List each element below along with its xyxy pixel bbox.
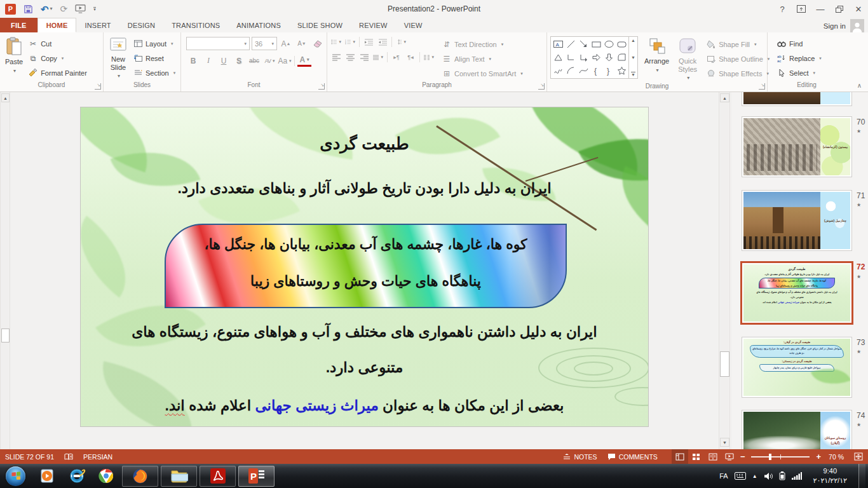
shape-rounded-rectangle-icon[interactable] [615, 37, 628, 51]
thumbnail-slide-69[interactable] [742, 92, 852, 106]
minimize-button[interactable]: — [811, 1, 830, 17]
normal-view-button[interactable] [672, 449, 688, 464]
thumbnail-slide-74[interactable]: روستای سوباتان (گیلان) [742, 410, 852, 449]
slide-title[interactable]: طبیعت گردی [93, 134, 635, 154]
close-button[interactable]: ✕ [849, 1, 868, 17]
grow-font-button[interactable]: A▲ [279, 37, 293, 50]
taskbar-powerpoint-button[interactable]: P [238, 466, 275, 487]
shape-left-brace-icon[interactable]: { [590, 64, 602, 78]
start-from-beginning-button[interactable] [75, 4, 86, 13]
taskbar-file-explorer-button[interactable] [161, 466, 197, 487]
left-to-right-button[interactable]: ▸¶ [391, 52, 402, 62]
shape-outline-button[interactable]: Shape Outline [703, 51, 772, 66]
numbering-button[interactable]: 123 [345, 37, 355, 47]
network-signal-icon[interactable] [792, 472, 802, 480]
shapes-more-icon[interactable]: ▼ [631, 72, 635, 77]
shrink-font-button[interactable]: A▼ [295, 37, 309, 50]
replace-button[interactable]: abacReplace [774, 51, 824, 65]
fit-to-window-button[interactable] [849, 449, 868, 464]
shapes-scroll-up-icon[interactable]: ▲ [631, 38, 635, 43]
rainbow-callout-box[interactable]: کوه ها، غارها، چشمه های آب معدنی، بیابان… [165, 224, 567, 308]
powerpoint-app-icon[interactable]: P [5, 4, 16, 15]
reset-button[interactable]: Reset [130, 51, 178, 65]
restore-button[interactable] [830, 1, 849, 17]
italic-button[interactable]: I [201, 54, 215, 67]
customize-qat-button[interactable]: ▾ [93, 7, 96, 11]
font-dialog-launcher[interactable]: ↘ [318, 83, 325, 90]
text-shadow-button[interactable]: S [232, 54, 246, 67]
slide-paragraph-3[interactable]: بعضی از این مکان ها به عنوان میراث زیستی… [93, 397, 635, 414]
shapes-gallery[interactable]: A { [550, 36, 629, 79]
tab-design[interactable]: DESIGN [119, 18, 163, 32]
tab-transitions[interactable]: TRANSITIONS [163, 18, 228, 32]
speaker-icon[interactable] [764, 472, 773, 480]
paragraph-dialog-launcher[interactable]: ↘ [538, 83, 545, 90]
slide-canvas[interactable]: طبیعت گردی ایران به دلیل دارا بودن تاریخ… [80, 107, 649, 427]
layout-button[interactable]: Layout [130, 36, 178, 51]
drawing-dialog-launcher[interactable]: ↘ [759, 83, 765, 90]
tab-view[interactable]: VIEW [396, 18, 431, 32]
taskbar-internet-explorer-button[interactable] [62, 465, 92, 487]
shape-rectangle-icon[interactable] [590, 37, 602, 51]
taskbar-acrobat-button[interactable] [200, 466, 236, 487]
language-indicator[interactable]: PERSIAN [78, 449, 118, 464]
strikethrough-button[interactable]: abc [247, 54, 261, 67]
bold-button[interactable]: B [186, 54, 200, 67]
scrollbar-thumb[interactable] [720, 351, 729, 377]
undo-button[interactable]: ↶▾ [41, 4, 53, 14]
tab-file[interactable]: FILE [0, 18, 37, 32]
left-scrollbar-thumb[interactable] [1, 329, 10, 342]
show-hidden-icons[interactable]: ▲ [752, 473, 757, 479]
zoom-in-button[interactable]: + [813, 452, 824, 461]
spell-check-button[interactable] [59, 449, 78, 464]
shape-fill-button[interactable]: Shape Fill [703, 37, 772, 51]
tab-home[interactable]: HOME [37, 18, 77, 32]
cut-button[interactable]: ✂Cut [25, 36, 90, 51]
thumbnail-slide-73[interactable]: طبیعت گردی در گیلان: سواحل شمال در کنار … [742, 337, 852, 398]
clear-formatting-button[interactable] [311, 37, 325, 50]
text-direction-button[interactable]: ⇵Text Direction [439, 37, 526, 51]
reading-view-button[interactable] [705, 449, 721, 464]
right-to-left-button[interactable]: ¶◂ [405, 52, 416, 62]
slide-show-view-button[interactable] [721, 449, 738, 464]
new-slide-button[interactable]: New Slide ▾ [106, 36, 130, 80]
taskbar-media-player-button[interactable] [33, 465, 62, 487]
change-case-button[interactable]: Aa [278, 54, 292, 67]
notes-button[interactable]: NOTES [558, 449, 602, 464]
left-scrollbar[interactable]: ▲ [0, 92, 10, 449]
shape-arc-icon[interactable] [564, 64, 577, 78]
comments-button[interactable]: COMMENTS [602, 449, 663, 464]
save-button[interactable] [24, 4, 33, 14]
shape-right-brace-icon[interactable]: } [602, 64, 615, 78]
start-button[interactable] [6, 466, 25, 486]
collapse-ribbon-button[interactable]: ∧ [857, 82, 862, 89]
character-spacing-button[interactable]: AV [262, 54, 276, 67]
taskbar-firefox-button[interactable] [122, 466, 158, 487]
shape-star-icon[interactable] [615, 64, 628, 78]
shape-right-arrow-icon[interactable] [590, 51, 602, 64]
format-painter-button[interactable]: Format Painter [25, 65, 90, 80]
convert-smartart-button[interactable]: ⊞Convert to SmartArt [439, 66, 526, 81]
increase-indent-button[interactable] [377, 37, 388, 47]
columns-button[interactable] [424, 52, 434, 62]
copy-button[interactable]: ⧉Copy [25, 51, 90, 65]
font-color-button[interactable]: A [297, 55, 311, 67]
slide-sorter-view-button[interactable] [688, 449, 705, 464]
ribbon-display-options-button[interactable] [792, 1, 811, 17]
scroll-up-icon[interactable]: ▲ [720, 93, 729, 102]
keyboard-icon[interactable] [735, 472, 746, 480]
paste-button[interactable]: Paste ▾ [3, 36, 25, 75]
align-left-button[interactable] [331, 52, 341, 62]
font-size-combo[interactable]: 36 [252, 37, 277, 50]
shape-effects-button[interactable]: Shape Effects [703, 66, 772, 81]
shape-triangle-icon[interactable] [552, 51, 564, 64]
justify-button[interactable] [373, 52, 383, 62]
align-right-button[interactable] [359, 52, 369, 62]
underline-button[interactable]: U [217, 54, 231, 67]
shape-line-icon[interactable] [564, 37, 577, 51]
zoom-slider-thumb[interactable] [769, 454, 771, 460]
tab-slide-show[interactable]: SLIDE SHOW [289, 18, 351, 32]
shapes-gallery-scrollbar[interactable]: ▲ ▼ ▼ [629, 36, 638, 79]
sign-in[interactable]: Sign in [824, 19, 868, 32]
show-desktop-button[interactable] [858, 464, 865, 488]
